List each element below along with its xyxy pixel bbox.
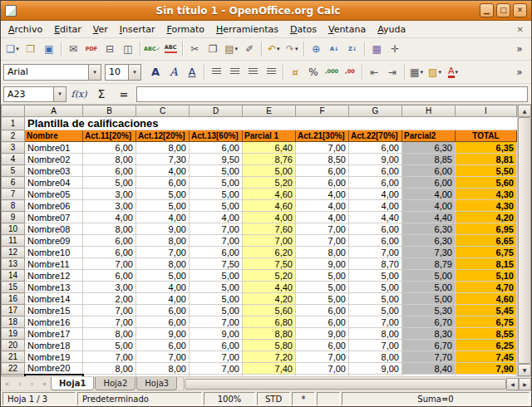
cell-H3[interactable]: 6,30 — [402, 142, 456, 154]
cell-C18[interactable]: 6,00 — [136, 316, 190, 328]
cell-E6[interactable]: 5,20 — [243, 177, 296, 189]
cell-G13[interactable]: 8,70 — [349, 258, 402, 270]
cell-E9[interactable]: 4,00 — [243, 212, 296, 223]
cell-E7[interactable]: 4,60 — [243, 189, 296, 200]
copy-button[interactable]: ❐ — [204, 40, 222, 58]
row-header-17[interactable]: 17 — [2, 305, 25, 316]
sheet-title-cell[interactable]: Plantilla de calificaciones — [25, 117, 517, 130]
gallery-button[interactable]: ▦ — [367, 40, 386, 58]
cell-D8[interactable]: 5,00 — [190, 200, 243, 212]
cell-G18[interactable]: 7,00 — [349, 316, 402, 328]
cell-C3[interactable]: 8,00 — [136, 142, 190, 154]
header-cell-E2[interactable]: Parcial 1 — [243, 130, 296, 142]
cell-E4[interactable]: 8,76 — [243, 154, 296, 165]
cell-A6[interactable]: Nombre04 — [25, 177, 83, 189]
font-name-combo[interactable]: Arial ▾ — [3, 64, 101, 81]
row-header-8[interactable]: 8 — [2, 200, 25, 212]
column-header-A[interactable]: A — [25, 105, 83, 117]
cell-E23[interactable] — [243, 375, 296, 377]
cell-A3[interactable]: Nombre01 — [25, 142, 83, 154]
horizontal-scrollbar[interactable]: ◀ ▶ — [183, 377, 531, 390]
cell-H20[interactable]: 6,70 — [402, 340, 456, 351]
function-wizard-button[interactable]: f(x) — [69, 86, 89, 102]
cell-I10[interactable]: 6,95 — [456, 223, 517, 235]
menu-item-ver[interactable]: Ver — [87, 22, 114, 37]
column-header-C[interactable]: C — [136, 105, 190, 117]
column-header-H[interactable]: H — [402, 105, 456, 117]
row-header-3[interactable]: 3 — [2, 142, 25, 154]
sort-ascending-button[interactable]: A↓ — [325, 40, 343, 58]
sum-display[interactable]: Suma=0 — [342, 392, 530, 405]
row-header-2[interactable]: 2 — [2, 130, 25, 142]
cell-B12[interactable]: 6,00 — [83, 247, 136, 258]
cut-button[interactable]: ✂ — [185, 40, 204, 58]
cell-I6[interactable]: 5,60 — [456, 177, 517, 189]
cell-F15[interactable]: 5,00 — [296, 282, 349, 293]
cell-H9[interactable]: 4,40 — [402, 212, 456, 223]
cell-B3[interactable]: 6,00 — [83, 142, 136, 154]
row-header-16[interactable]: 16 — [2, 293, 25, 305]
save-button[interactable]: ▣ — [40, 40, 58, 58]
cell-C6[interactable]: 6,00 — [136, 177, 190, 189]
align-left-button[interactable] — [207, 63, 225, 81]
cell-F21[interactable]: 7,00 — [296, 351, 349, 363]
format-paintbrush-button[interactable]: ✐ — [240, 40, 259, 58]
cell-E22[interactable]: 7,40 — [243, 363, 296, 375]
header-cell-G2[interactable]: Act.22[70%] — [349, 130, 402, 142]
cell-F7[interactable]: 4,00 — [296, 189, 349, 200]
cell-A18[interactable]: Nombre16 — [25, 316, 83, 328]
cell-H10[interactable]: 6,30 — [402, 223, 456, 235]
cell-A13[interactable]: Nombre11 — [25, 258, 83, 270]
cell-H18[interactable]: 6,70 — [402, 316, 456, 328]
column-header-E[interactable]: E — [243, 105, 296, 117]
cell-F19[interactable]: 9,00 — [296, 328, 349, 340]
selection-mode[interactable]: STD — [257, 392, 290, 405]
cell-I11[interactable]: 6,65 — [456, 235, 517, 247]
cell-H13[interactable]: 8,79 — [402, 258, 456, 270]
cell-G6[interactable]: 6,00 — [349, 177, 402, 189]
cell-B10[interactable]: 8,00 — [83, 223, 136, 235]
currency-format-button[interactable]: ¤ — [286, 63, 304, 81]
cell-F12[interactable]: 8,00 — [296, 247, 349, 258]
row-header-14[interactable]: 14 — [2, 270, 25, 282]
cell-C4[interactable]: 7,30 — [136, 154, 190, 165]
column-header-B[interactable]: B — [83, 105, 136, 117]
row-header-4[interactable]: 4 — [2, 154, 25, 165]
row-header-9[interactable]: 9 — [2, 212, 25, 223]
cell-I22[interactable]: 7,90 — [456, 363, 517, 375]
cell-F6[interactable]: 6,00 — [296, 177, 349, 189]
scroll-up-icon[interactable]: ▲ — [518, 105, 531, 117]
cell-A16[interactable]: Nombre14 — [25, 293, 83, 305]
cell-D15[interactable]: 5,00 — [190, 282, 243, 293]
formula-button[interactable]: = — [114, 86, 134, 102]
cell-F20[interactable]: 6,00 — [296, 340, 349, 351]
cell-C19[interactable]: 9,00 — [136, 328, 190, 340]
cell-G12[interactable]: 7,00 — [349, 247, 402, 258]
cell-A19[interactable]: Nombre17 — [25, 328, 83, 340]
cell-A5[interactable]: Nombre03 — [25, 165, 83, 177]
cell-D4[interactable]: 9,50 — [190, 154, 243, 165]
menu-item-formato[interactable]: Formato — [161, 22, 211, 37]
cell-H21[interactable]: 7,70 — [402, 351, 456, 363]
chevron-down-icon[interactable]: ▾ — [88, 65, 101, 80]
cell-F11[interactable]: 7,00 — [296, 235, 349, 247]
row-header-10[interactable]: 10 — [2, 223, 25, 235]
row-header-1[interactable]: 1 — [2, 117, 25, 130]
cell-D21[interactable]: 7,00 — [190, 351, 243, 363]
menu-item-archivo[interactable]: Archivo — [2, 22, 48, 37]
cell-A17[interactable]: Nombre15 — [25, 305, 83, 316]
close-document-button[interactable]: ✕ — [511, 25, 530, 34]
cell-I17[interactable]: 5,45 — [456, 305, 517, 316]
menu-item-ayuda[interactable]: Ayuda — [372, 22, 411, 37]
cell-I19[interactable]: 8,55 — [456, 328, 517, 340]
cell-C14[interactable]: 5,00 — [136, 270, 190, 282]
cell-I3[interactable]: 6,35 — [456, 142, 517, 154]
cell-G17[interactable]: 5,00 — [349, 305, 402, 316]
font-color-button[interactable]: A▾ — [444, 63, 462, 81]
cell-H8[interactable]: 4,00 — [402, 200, 456, 212]
cell-A21[interactable]: Nombre19 — [25, 351, 83, 363]
align-right-button[interactable] — [244, 63, 262, 81]
cell-I8[interactable]: 4,30 — [456, 200, 517, 212]
scroll-down-icon[interactable]: ▼ — [518, 364, 531, 376]
cell-G19[interactable]: 8,00 — [349, 328, 402, 340]
